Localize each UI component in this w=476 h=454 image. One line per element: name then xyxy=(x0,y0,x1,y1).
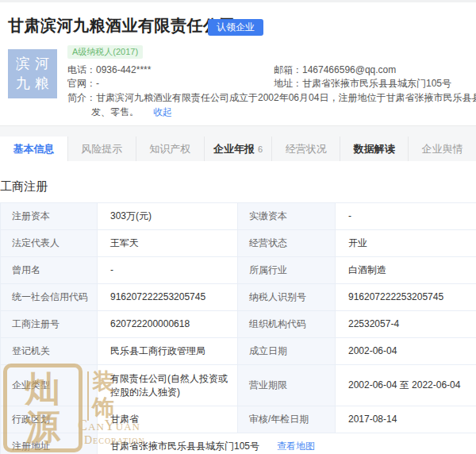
tab-risk-alerts-label: 风险提示 xyxy=(81,142,122,156)
field-value: 2002-06-04 xyxy=(336,338,476,365)
tab-public-sentiment[interactable]: 企业舆情 xyxy=(409,137,476,161)
field-label: 曾用名 xyxy=(1,257,98,284)
field-value: 民乐县工商行政管理局 xyxy=(98,338,238,365)
tax-rating-badge: A级纳税人(2017) xyxy=(67,45,143,59)
field-value: 2002-06-04 至 2022-06-04 xyxy=(336,365,476,406)
field-value: 2017-08-14 xyxy=(336,406,476,433)
field-value: 甘肃省 xyxy=(98,406,238,433)
table-row: 工商注册号 620722200000618 组织机构代码 22532057-4 xyxy=(1,311,476,338)
field-label: 所属行业 xyxy=(238,257,336,284)
address-row: 地址：甘肃省张掖市民乐县县城东门105号 xyxy=(274,77,451,90)
field-value: - xyxy=(98,257,238,284)
tab-operating-status[interactable]: 经营状况 xyxy=(272,137,340,161)
field-label: 纳税人识别号 xyxy=(238,284,336,311)
email-value: 1467466596@qq.com xyxy=(302,64,396,75)
tab-annual-report[interactable]: 企业年报6 xyxy=(205,137,273,161)
table-row: 注册资本 303万(元) 实缴资本 - xyxy=(1,203,476,230)
tab-basic-info[interactable]: 基本信息 xyxy=(0,137,68,161)
table-row: 行政区划 甘肃省 审核/年检日期 2017-08-14 xyxy=(1,406,476,433)
table-row: 曾用名 - 所属行业 白酒制造 xyxy=(1,257,476,284)
field-value: 白酒制造 xyxy=(336,257,476,284)
field-label: 营业期限 xyxy=(238,365,336,406)
field-label: 经营状态 xyxy=(238,230,336,257)
collapse-intro-link[interactable]: 收起 xyxy=(153,106,172,117)
section-title-business-registration: 工商注册 xyxy=(0,179,48,194)
field-label: 行政区划 xyxy=(1,406,98,433)
tab-bar: 基本信息 风险提示 知识产权 企业年报6 经营状况 数据解读 企业舆情 xyxy=(0,125,476,161)
field-label: 统一社会信用代码 xyxy=(1,284,98,311)
field-label: 登记机关 xyxy=(1,338,98,365)
field-value: - xyxy=(336,203,476,230)
registered-address-text: 甘肃省张掖市民乐县县城东门105号 xyxy=(110,441,259,452)
tab-basic-info-label: 基本信息 xyxy=(13,142,54,156)
field-label: 审核/年检日期 xyxy=(238,406,336,433)
phone-value: 0936-442**** xyxy=(96,64,151,75)
intro-label: 简介： xyxy=(67,92,96,103)
logo-line-1: 滨河 xyxy=(16,54,54,74)
tab-data-insights-label: 数据解读 xyxy=(354,142,395,156)
tab-intellectual-property[interactable]: 知识产权 xyxy=(136,137,205,161)
phone-row: 电话：0936-442**** xyxy=(67,63,151,77)
tab-public-sentiment-label: 企业舆情 xyxy=(422,142,463,156)
address-value: 甘肃省张掖市民乐县县城东门105号 xyxy=(302,78,451,89)
field-value: 开业 xyxy=(336,230,476,257)
field-value: 916207222253205745 xyxy=(98,284,238,311)
field-value: 王军天 xyxy=(98,230,238,257)
table-row: 企业类型 有限责任公司(自然人投资或控股的法人独资) 营业期限 2002-06-… xyxy=(1,365,476,406)
field-value: 303万(元) xyxy=(98,203,238,230)
page-title: 甘肃滨河九粮酒业有限责任公司 xyxy=(8,15,236,37)
field-value: 有限责任公司(自然人投资或控股的法人独资) xyxy=(98,365,238,406)
field-label: 组织机构代码 xyxy=(238,311,336,338)
email-row: 邮箱：1467466596@qq.com xyxy=(274,63,396,77)
view-map-link[interactable]: 查看地图 xyxy=(277,441,315,452)
field-value: 916207222253205745 xyxy=(336,284,476,311)
website-value: - xyxy=(96,78,99,89)
field-value: 620722200000618 xyxy=(98,311,238,338)
website-row: 官网：- xyxy=(67,77,99,90)
intro-text-2: 发、零售。 xyxy=(91,106,139,117)
claim-company-button[interactable]: 认领企业 xyxy=(208,19,263,36)
field-label: 成立日期 xyxy=(238,338,336,365)
table-row: 法定代表人 王军天 经营状态 开业 xyxy=(1,230,476,257)
field-label: 注册地址 xyxy=(1,433,98,454)
field-value: 22532057-4 xyxy=(336,311,476,338)
logo-line-2: 九粮 xyxy=(16,74,54,94)
annual-report-count-badge: 6 xyxy=(258,144,263,154)
intro-text-1: 甘肃滨河九粮酒业有限责任公司成立于2002年06月04日，注册地位于甘肃省张掖市… xyxy=(96,92,476,103)
tab-annual-report-label: 企业年报 xyxy=(213,142,255,156)
tab-data-insights[interactable]: 数据解读 xyxy=(340,137,409,161)
company-profile-page: 甘肃滨河九粮酒业有限责任公司 认领企业 滨河 九粮 A级纳税人(2017) 电话… xyxy=(0,0,476,454)
intro-line-2: 发、零售。收起 xyxy=(91,106,172,119)
table-row: 登记机关 民乐县工商行政管理局 成立日期 2002-06-04 xyxy=(1,338,476,365)
website-label: 官网： xyxy=(67,78,96,89)
table-row: 注册地址 甘肃省张掖市民乐县县城东门105号查看地图 xyxy=(1,433,476,454)
tab-row: 基本信息 风险提示 知识产权 企业年报6 经营状况 数据解读 企业舆情 xyxy=(0,137,476,161)
field-value-registered-address: 甘肃省张掖市民乐县县城东门105号查看地图 xyxy=(98,433,476,454)
field-label: 企业类型 xyxy=(1,365,98,406)
tab-operating-status-label: 经营状况 xyxy=(286,142,327,156)
tab-risk-alerts[interactable]: 风险提示 xyxy=(68,137,136,161)
field-label: 实缴资本 xyxy=(238,203,336,230)
intro-line-1: 简介：甘肃滨河九粮酒业有限责任公司成立于2002年06月04日，注册地位于甘肃省… xyxy=(67,91,476,105)
field-label: 注册资本 xyxy=(1,203,98,230)
company-logo: 滨河 九粮 xyxy=(8,49,57,98)
table-row: 统一社会信用代码 916207222253205745 纳税人识别号 91620… xyxy=(1,284,476,311)
registration-table: 注册资本 303万(元) 实缴资本 - 法定代表人 王军天 经营状态 开业 曾用… xyxy=(0,202,476,454)
address-label: 地址： xyxy=(274,78,302,89)
company-info-block: A级纳税人(2017) 电话：0936-442**** 官网：- 邮箱：1467… xyxy=(67,45,476,125)
phone-label: 电话： xyxy=(67,64,96,75)
email-label: 邮箱： xyxy=(274,64,302,75)
tab-intellectual-property-label: 知识产权 xyxy=(149,142,190,156)
top-divider xyxy=(0,0,476,2)
field-label: 工商注册号 xyxy=(1,311,98,338)
field-label: 法定代表人 xyxy=(1,230,98,257)
